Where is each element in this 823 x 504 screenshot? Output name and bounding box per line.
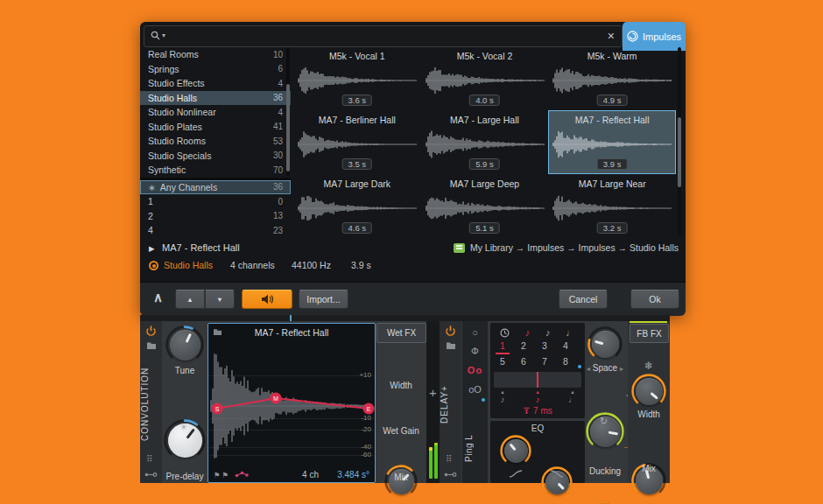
triplet-note-icon[interactable]: ♩ [566, 327, 575, 338]
preset-folder-icon[interactable] [146, 341, 157, 350]
step-button[interactable]: 3 [534, 340, 555, 351]
space-prev-icon[interactable]: ◂ [587, 365, 590, 373]
power-icon[interactable] [145, 326, 157, 337]
nudge-right[interactable]: ▲♩ [567, 389, 578, 404]
play-icon[interactable]: ▶ [149, 244, 155, 253]
routing-icon[interactable] [444, 472, 457, 478]
category-row[interactable]: Real Rooms10 [140, 47, 291, 62]
mix-label: Mix [376, 472, 426, 482]
impulse-card[interactable]: MA7 Large Deep5.1 s [421, 174, 549, 238]
delay-time-panel: ♪ ♪ ♩ 1 2 3 4 5 6 7 8 ▲♪ [490, 323, 585, 418]
impulse-card[interactable]: MA7 - Large Hall5.9 s [421, 110, 549, 174]
device-name[interactable]: DELAY+ [440, 369, 461, 439]
step-button[interactable]: 8 [555, 356, 576, 367]
prev-item-button[interactable]: ▲ [175, 290, 205, 309]
nudge-center[interactable]: ▲♪ [532, 389, 543, 404]
free-time-icon[interactable] [500, 328, 510, 338]
preview-channels: 4 channels [230, 260, 275, 270]
eq-low-knob[interactable] [500, 435, 531, 466]
breadcrumb[interactable]: My Library → Impulses → Impulses → Studi… [470, 242, 679, 253]
mode-stereo-icon[interactable]: Φ [462, 346, 488, 356]
category-row[interactable]: Studio Rooms53 [140, 134, 291, 149]
fb-fx-header[interactable]: FB FX [630, 324, 669, 343]
category-row[interactable]: Studio Nonlinear4 [140, 105, 291, 120]
time-slider-handle[interactable] [537, 372, 538, 388]
any-channels-icon: ∗ [148, 182, 156, 192]
next-item-button[interactable]: ▼ [205, 290, 235, 309]
convolution-device-strip: CONVOLUTION ⠿ [140, 321, 162, 483]
step-button[interactable]: 1 [492, 340, 513, 351]
category-row[interactable]: Studio Effects4 [140, 76, 291, 91]
mode-pingpong-icon[interactable]: Oo [462, 365, 488, 375]
impulse-card[interactable]: MA7 Large Dark4.6 s [293, 174, 421, 238]
lowpass-curve-icon [550, 470, 564, 478]
bitwig-screen: { "colors":{"accent_orange":"#F5821F","a… [0, 0, 823, 504]
space-label: Space [593, 363, 617, 373]
dotted-note-icon[interactable]: ♪ [525, 327, 531, 338]
preset-folder-icon[interactable] [446, 341, 456, 350]
impulse-card-selected[interactable]: MA7 - Reflect Hall3.9 s [548, 110, 676, 174]
category-row[interactable]: Synthetic70 [140, 163, 291, 178]
selection-tick [290, 315, 292, 321]
preview-name: MA7 - Reflect Hall [162, 242, 240, 253]
tune-knob[interactable] [165, 326, 204, 364]
mode-pingpong-alt-icon[interactable]: oO [462, 384, 488, 395]
audition-button[interactable] [242, 290, 292, 309]
drag-handle-icon[interactable]: ⠿ [446, 454, 452, 464]
clear-search-icon[interactable]: × [608, 29, 615, 43]
device-name[interactable]: CONVOLUTION [140, 360, 162, 448]
category-row[interactable]: Studio Specials30 [140, 149, 291, 164]
category-row[interactable]: Studio Plates41 [140, 120, 291, 135]
time-offset-value[interactable]: 7 ms [490, 406, 585, 416]
power-icon[interactable] [445, 326, 456, 337]
ok-button[interactable]: Ok [630, 290, 679, 309]
add-device-plus[interactable]: + [426, 385, 440, 400]
display-length[interactable]: 3.484 s° [337, 470, 369, 480]
marker-flags-icon[interactable]: ⚑⚑ [214, 471, 230, 480]
channel-filter-row[interactable]: 423 [140, 223, 291, 238]
impulse-display[interactable]: MA7 - Reflect Hall +10 -10 -20 -40 -60 S… [208, 323, 376, 483]
time-slider[interactable] [494, 372, 581, 388]
browser-button-bar: ∧ ▲ ▼ Import... Cancel Ok [140, 282, 686, 316]
impulse-card[interactable]: M5k - Vocal 24.0 s [421, 46, 549, 110]
mode-mono-icon[interactable]: ○ [462, 327, 488, 338]
modulation-link-icon[interactable] [235, 471, 250, 478]
grid-scrollbar[interactable] [678, 47, 681, 236]
step-button[interactable]: 6 [513, 356, 534, 367]
space-knob[interactable] [587, 326, 623, 361]
search-filter-caret-icon[interactable]: ▾ [162, 32, 165, 39]
channel-filter-row[interactable]: 10 [140, 194, 291, 209]
step-button[interactable]: 7 [534, 356, 555, 367]
routing-icon[interactable] [144, 472, 158, 478]
category-row-selected[interactable]: Studio Halls36 [140, 91, 291, 106]
collapse-chevron-icon[interactable]: ∧ [153, 290, 163, 305]
envelope-curve[interactable]: S M E [208, 324, 375, 482]
channel-filter-row-selected[interactable]: ∗Any Channels 36 [140, 180, 291, 195]
preview-duration: 3.9 s [351, 260, 371, 270]
import-button[interactable]: Import... [299, 290, 348, 309]
convolution-device: CONVOLUTION ⠿ Tune ☀ Pre-delay MA7 - Ref… [140, 321, 426, 483]
tune-label: Tune [162, 366, 208, 375]
impulse-card[interactable]: M5k - Vocal 13.6 s [293, 46, 421, 110]
drag-handle-icon[interactable]: ⠿ [146, 454, 152, 464]
space-next-icon[interactable]: ▸ [620, 365, 623, 373]
sidebar-scrollbar[interactable] [286, 47, 290, 176]
fb-width-knob[interactable] [631, 374, 666, 409]
search-input[interactable]: ▾ × [144, 25, 623, 47]
step-button[interactable]: 5 [492, 356, 513, 367]
impulse-card[interactable]: MA7 - Berliner Hall3.5 s [293, 110, 421, 174]
straight-note-icon[interactable]: ♪ [545, 327, 551, 338]
channel-filter-row[interactable]: 213 [140, 209, 291, 224]
feedback-loop-icon[interactable]: ↻ [600, 416, 608, 427]
cancel-button[interactable]: Cancel [559, 290, 608, 309]
step-button[interactable]: 2 [513, 340, 534, 351]
nudge-left[interactable]: ▲♪ [497, 389, 508, 404]
impulse-card[interactable]: M5k - Warm4.9 s [548, 46, 676, 110]
impulse-card[interactable]: MA7 Large Near3.2 s [548, 174, 676, 238]
category-row[interactable]: Springs6 [140, 62, 291, 77]
step-button[interactable]: 4 [555, 340, 576, 351]
space-label-row: ◂ Space ▸ [577, 363, 633, 373]
preview-category[interactable]: Studio Halls [164, 260, 213, 270]
wet-fx-header[interactable]: Wet FX [376, 323, 426, 343]
freeze-snowflake-icon[interactable]: ❄ [628, 360, 670, 372]
